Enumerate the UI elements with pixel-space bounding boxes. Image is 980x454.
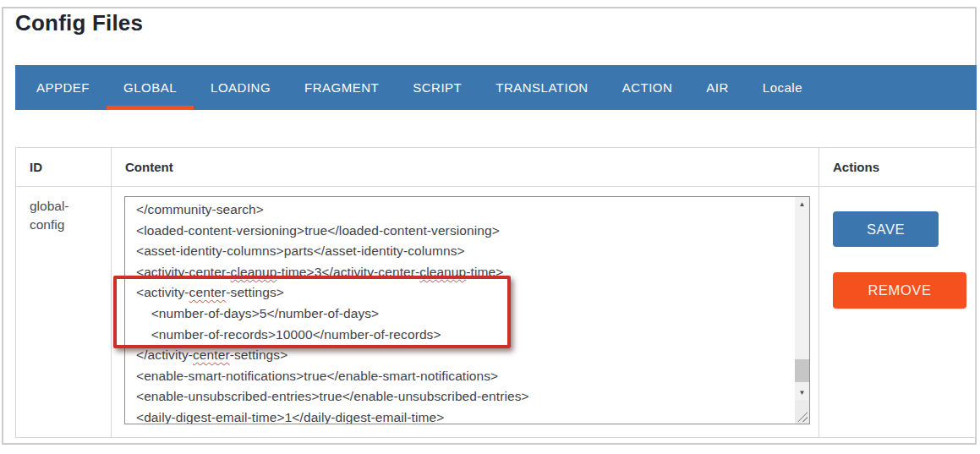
code-line: <number-of-records>10000</number-of-reco… <box>136 325 791 346</box>
save-button[interactable]: SAVE <box>833 211 939 247</box>
scroll-down-icon[interactable]: ▼ <box>795 386 809 400</box>
tab-script[interactable]: SCRIPT <box>396 65 479 110</box>
tab-global[interactable]: GLOBAL <box>107 65 194 110</box>
column-header-content: Content <box>112 148 819 187</box>
tab-action[interactable]: ACTION <box>605 65 690 110</box>
column-header-actions: Actions <box>819 148 975 187</box>
tab-air[interactable]: AIR <box>689 65 746 110</box>
code-line: <asset-identity-columns>parts</asset-ide… <box>136 241 791 262</box>
vertical-scrollbar[interactable]: ▲ ▼ <box>795 197 809 400</box>
tab-fragment[interactable]: FRAGMENT <box>287 65 396 110</box>
code-line: <activity-center-settings> <box>136 282 791 304</box>
content-textarea[interactable]: </community-search> <loaded-content-vers… <box>124 196 810 424</box>
code-line: <activity-center-cleanup-time>3</activit… <box>136 262 791 283</box>
code-line: <enable-smart-notifications>true</enable… <box>136 366 791 387</box>
row-id-value: global-config <box>16 187 112 438</box>
tab-appdef[interactable]: APPDEF <box>19 65 107 110</box>
code-line: </activity-center-settings> <box>136 345 791 366</box>
code-line: <number-of-days>5</number-of-days> <box>136 304 791 325</box>
code-line: </community-search> <box>136 200 791 221</box>
page-title: Config Files <box>15 10 143 36</box>
xml-content: </community-search> <loaded-content-vers… <box>125 197 794 424</box>
code-line: <loaded-content-versioning>true</loaded-… <box>136 221 791 242</box>
scroll-up-icon[interactable]: ▲ <box>795 197 809 211</box>
tab-locale[interactable]: Locale <box>746 65 819 110</box>
code-line: <daily-digest-email-time>1</daily-digest… <box>136 408 791 424</box>
tab-loading[interactable]: LOADING <box>194 65 287 110</box>
config-files-page: Config Files APPDEF GLOBAL LOADING FRAGM… <box>0 0 980 454</box>
code-line: <enable-unsubscribed-entries>true</enabl… <box>136 386 791 408</box>
column-header-id: ID <box>16 148 112 187</box>
textarea-resize-grip-icon[interactable] <box>795 400 809 424</box>
config-tab-bar: APPDEF GLOBAL LOADING FRAGMENT SCRIPT TR… <box>15 65 977 110</box>
scrollbar-thumb[interactable] <box>795 359 809 382</box>
remove-button[interactable]: REMOVE <box>833 272 966 309</box>
tab-translation[interactable]: TRANSLATION <box>479 65 605 110</box>
